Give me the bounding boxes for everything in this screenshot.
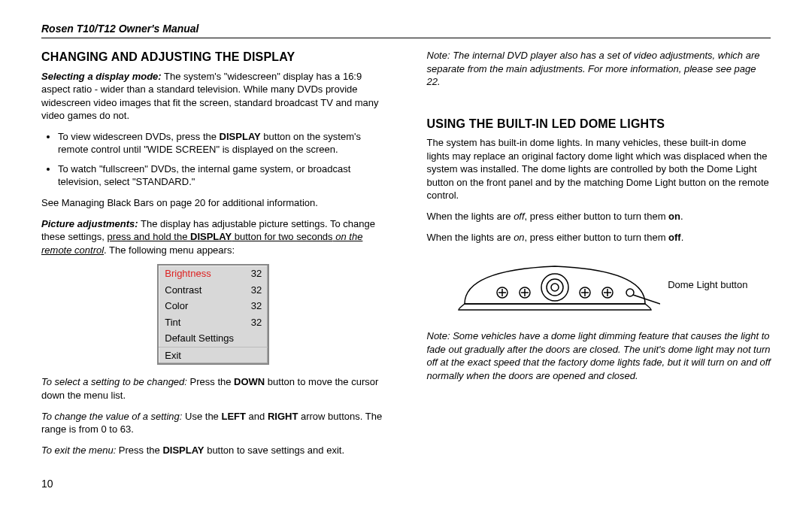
dome-light-callout: Dome Light button (668, 279, 747, 291)
menu-value: 32 (244, 284, 262, 297)
menu-row: Exit (159, 347, 268, 364)
svg-line-8 (633, 295, 660, 304)
change-value-paragraph: To change the value of a setting: Use th… (41, 410, 386, 436)
dome-off-paragraph: When the lights are off, press either bu… (427, 210, 771, 223)
right-column: Note: The internal DVD player also has a… (427, 49, 771, 464)
left-column: CHANGING AND ADJUSTING THE DISPLAY Selec… (41, 49, 386, 464)
dome-intro-paragraph: The system has built-in dome lights. In … (427, 136, 771, 202)
dvd-player-note: Note: The internal DVD player also has a… (427, 49, 771, 89)
svg-point-1 (547, 279, 563, 296)
menu-row: Contrast32 (159, 282, 268, 299)
menu-label: Exit (165, 349, 244, 363)
menu-row: Default Settings (159, 330, 268, 347)
menu-row: Brightness32 (159, 266, 268, 282)
display-mode-list: To view widescreen DVDs, press the DISPL… (41, 130, 386, 189)
menu-label: Tint (165, 316, 244, 329)
list-item: To view widescreen DVDs, press the DISPL… (58, 130, 386, 156)
menu-row: Color32 (159, 298, 268, 314)
list-item: To watch "fullscreen" DVDs, the internal… (58, 162, 386, 189)
menu-label: Brightness (165, 267, 244, 281)
menu-value (244, 349, 262, 363)
dome-on-paragraph: When the lights are on, press either but… (427, 231, 771, 244)
black-bars-reference: See Managing Black Bars on page 20 for a… (41, 196, 386, 210)
menu-row: Tint32 (159, 314, 268, 331)
menu-value: 32 (244, 299, 262, 313)
settings-menu-wrap: Brightness32Contrast32Color32Tint32Defau… (41, 264, 386, 365)
section-heading-display: CHANGING AND ADJUSTING THE DISPLAY (41, 49, 386, 65)
picture-adjustments-paragraph: Picture adjustments: The display has adj… (41, 217, 386, 257)
section-heading-dome: USING THE BUILT-IN LED DOME LIGHTS (427, 116, 771, 132)
display-mode-paragraph: Selecting a display mode: The system's "… (41, 70, 386, 123)
menu-label: Contrast (165, 284, 244, 297)
settings-menu: Brightness32Contrast32Color32Tint32Defau… (157, 264, 269, 365)
page-number: 10 (41, 478, 771, 490)
dome-diagram-wrap: Dome Light button (427, 251, 771, 319)
svg-point-0 (541, 274, 568, 301)
menu-label: Default Settings (165, 332, 244, 345)
menu-value (244, 332, 262, 345)
menu-label: Color (165, 299, 244, 313)
menu-value: 32 (244, 267, 262, 281)
dimming-note: Note: Some vehicles have a dome light di… (427, 329, 771, 382)
svg-point-2 (551, 284, 559, 291)
lead-label: Selecting a display mode: (41, 71, 162, 82)
select-setting-paragraph: To select a setting to be changed: Press… (41, 375, 386, 402)
menu-value: 32 (244, 316, 262, 329)
exit-menu-paragraph: To exit the menu: Press the DISPLAY butt… (41, 444, 386, 457)
svg-point-7 (626, 289, 634, 296)
content-columns: CHANGING AND ADJUSTING THE DISPLAY Selec… (41, 49, 771, 464)
device-panel-icon (450, 251, 660, 319)
manual-header: Rosen T10/T12 Owner's Manual (41, 23, 771, 38)
